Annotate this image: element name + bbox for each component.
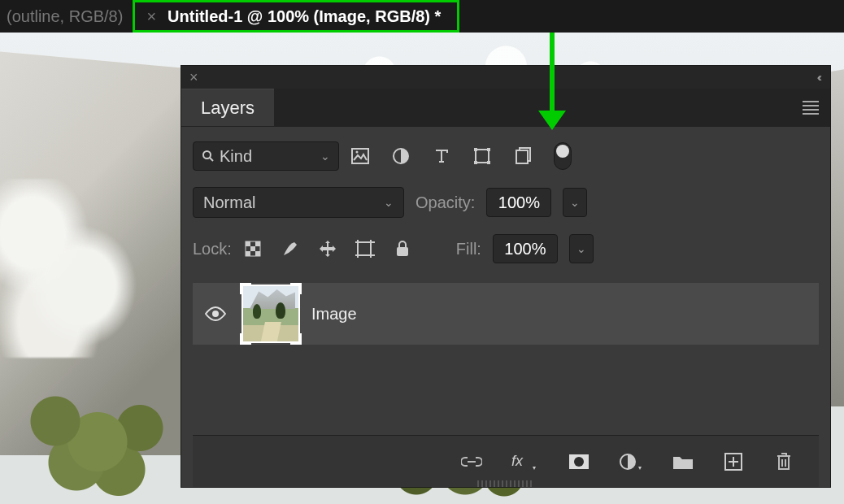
chevron-down-icon: ⌄ (570, 196, 580, 209)
panel-tabs-row: Layers (181, 89, 830, 126)
svg-marker-25 (533, 467, 536, 470)
adjustment-layer-filter-icon[interactable] (391, 146, 411, 166)
lock-fill-row: Lock: Fill: 100% (193, 234, 819, 263)
panel-titlebar[interactable]: × ‹‹ (181, 66, 830, 89)
fill-label: Fill: (456, 240, 481, 259)
blend-mode-value: Normal (203, 193, 255, 212)
panel-collapse-icon[interactable]: ‹‹ (820, 71, 822, 84)
kind-label: Kind (220, 147, 252, 166)
svg-rect-13 (255, 241, 260, 246)
lock-position-icon[interactable] (318, 239, 337, 259)
active-document-tab[interactable]: × Untitled-1 @ 100% (Image, RGB/8) * (133, 0, 459, 33)
svg-rect-6 (474, 148, 477, 151)
opacity-dropdown[interactable]: ⌄ (563, 188, 587, 217)
layers-tab-label: Layers (201, 98, 255, 119)
svg-rect-10 (516, 150, 528, 163)
opacity-label: Opacity: (415, 193, 475, 212)
filter-row: Kind ⌄ (193, 141, 819, 171)
panel-resize-handle[interactable] (477, 480, 534, 487)
layers-panel: × ‹‹ Layers Kind ⌄ (181, 65, 831, 488)
blend-opacity-row: Normal ⌄ Opacity: 100% ⌄ (193, 187, 819, 218)
panel-menu-icon[interactable] (803, 101, 819, 115)
layer-row[interactable]: Image (193, 283, 819, 345)
smart-object-filter-icon[interactable] (513, 146, 533, 166)
fill-input[interactable]: 100% (493, 234, 558, 263)
opacity-input[interactable]: 100% (486, 188, 551, 217)
lock-artboard-icon[interactable] (355, 239, 375, 259)
svg-point-27 (574, 457, 584, 467)
filter-toggle[interactable] (554, 142, 572, 170)
link-layers-icon[interactable] (461, 451, 482, 472)
close-tab-icon[interactable]: × (146, 8, 156, 24)
svg-marker-29 (638, 467, 642, 470)
svg-point-23 (212, 311, 219, 317)
kind-filter-select[interactable]: Kind ⌄ (193, 141, 339, 171)
visibility-toggle[interactable] (193, 306, 238, 321)
svg-rect-17 (358, 242, 371, 255)
lock-options (243, 239, 412, 259)
group-layers-icon[interactable] (672, 451, 694, 472)
layers-tab[interactable]: Layers (181, 89, 274, 126)
lock-label: Lock: (193, 240, 232, 259)
layer-thumbnail[interactable] (241, 285, 300, 343)
adjustment-layer-icon[interactable] (619, 451, 643, 472)
annotation-arrow-head (538, 111, 566, 130)
svg-rect-12 (246, 241, 250, 246)
search-icon (202, 150, 215, 163)
shape-layer-filter-icon[interactable] (472, 146, 492, 166)
delete-layer-icon[interactable] (773, 451, 794, 472)
chevron-down-icon: ⌄ (576, 242, 586, 255)
background-tab[interactable]: (outline, RGB/8) (0, 7, 123, 26)
panel-body: Kind ⌄ (181, 126, 830, 487)
document-tab-bar: (outline, RGB/8) × Untitled-1 @ 100% (Im… (0, 0, 844, 33)
svg-rect-14 (250, 246, 255, 251)
lock-transparency-icon[interactable] (243, 239, 263, 259)
svg-rect-22 (397, 247, 408, 256)
layers-footer: fx (193, 435, 819, 487)
svg-line-1 (210, 158, 213, 161)
svg-rect-7 (487, 148, 490, 151)
lock-all-icon[interactable] (393, 239, 412, 259)
layer-effects-icon[interactable]: fx (511, 451, 539, 472)
active-tab-title: Untitled-1 @ 100% (Image, RGB/8) * (167, 7, 441, 26)
chevron-down-icon: ⌄ (384, 196, 394, 209)
svg-rect-5 (476, 150, 489, 163)
type-layer-filter-icon[interactable] (432, 146, 451, 166)
annotation-arrow-stem (550, 33, 555, 114)
toggle-knob (556, 145, 569, 158)
svg-rect-9 (487, 161, 490, 164)
fill-dropdown[interactable]: ⌄ (569, 234, 594, 263)
new-layer-icon[interactable] (723, 451, 744, 472)
svg-text:fx: fx (511, 453, 524, 469)
svg-rect-16 (255, 251, 260, 256)
background-tab-label: (outline, RGB/8) (7, 7, 123, 25)
snow-left (0, 179, 146, 358)
fill-value: 100% (504, 240, 546, 259)
svg-rect-15 (246, 251, 250, 256)
thumbnail-image (243, 286, 298, 341)
svg-rect-8 (474, 161, 477, 164)
panel-close-icon[interactable]: × (189, 69, 198, 86)
eye-icon (205, 306, 226, 321)
blend-mode-select[interactable]: Normal ⌄ (193, 187, 404, 218)
lock-image-icon[interactable] (281, 239, 300, 259)
layer-mask-icon[interactable] (568, 451, 589, 472)
svg-point-0 (203, 151, 211, 159)
foliage-left (0, 366, 203, 504)
svg-rect-2 (352, 149, 368, 163)
svg-point-3 (356, 151, 359, 154)
opacity-value: 100% (498, 193, 540, 212)
pixel-layer-filter-icon[interactable] (350, 146, 370, 166)
layer-name[interactable]: Image (311, 305, 357, 324)
chevron-down-icon: ⌄ (320, 150, 330, 163)
filter-type-icons (350, 142, 572, 170)
